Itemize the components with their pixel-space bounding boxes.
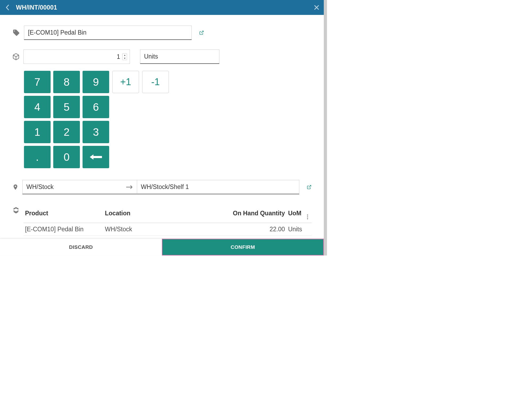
quantity-spinner[interactable]: ▴ ▾ <box>122 53 127 60</box>
cell-qty: 5.00 <box>228 236 287 239</box>
quantity-row: 1 ▴ ▾ Units <box>12 50 312 64</box>
location-inputs: WH/Stock WH/Stock/Shelf 1 <box>22 180 299 194</box>
increment-button[interactable]: +1 <box>112 71 139 93</box>
col-qty: On Hand Quantity <box>228 205 287 223</box>
key-backspace[interactable] <box>83 146 109 168</box>
cell-product: [E-COM10] Pedal Bin <box>23 236 103 239</box>
table-options-button[interactable] <box>307 208 310 220</box>
spinner-down-icon: ▾ <box>124 57 125 60</box>
product-input-value: [E-COM10] Pedal Bin <box>28 29 87 36</box>
product-input[interactable]: [E-COM10] Pedal Bin <box>24 26 192 40</box>
key-7[interactable]: 7 <box>24 71 51 93</box>
location-from-input[interactable]: WH/Stock <box>22 180 137 194</box>
decrement-button[interactable]: -1 <box>142 71 169 93</box>
inventory-icon <box>12 205 20 214</box>
external-link-icon <box>199 30 204 35</box>
table-row[interactable]: [E-COM10] Pedal Bin WH/Input/Order Proce… <box>23 236 312 239</box>
location-from-value: WH/Stock <box>26 183 54 191</box>
close-button[interactable] <box>314 5 319 10</box>
location-to-value: WH/Stock/Shelf 1 <box>141 183 189 191</box>
quantity-input[interactable]: 1 ▴ ▾ <box>23 50 130 64</box>
key-dot[interactable]: . <box>24 146 51 168</box>
page-title: WH/INT/00001 <box>16 4 57 11</box>
stock-section: Product Location On Hand Quantity UoM <box>12 205 312 238</box>
back-button[interactable] <box>5 4 10 11</box>
location-to-input[interactable]: WH/Stock/Shelf 1 <box>137 180 299 194</box>
key-0[interactable]: 0 <box>53 146 80 168</box>
uom-input[interactable]: Units <box>140 50 219 64</box>
cell-uom: Units <box>287 223 305 236</box>
key-1[interactable]: 1 <box>24 121 51 143</box>
cell-qty: 22.00 <box>228 223 287 236</box>
col-uom: UoM <box>287 205 305 223</box>
header-bar: WH/INT/00001 <box>0 0 324 15</box>
chevron-left-icon <box>6 5 9 10</box>
key-8[interactable]: 8 <box>53 71 80 93</box>
svg-point-1 <box>307 216 308 217</box>
table-row[interactable]: [E-COM10] Pedal Bin WH/Stock 22.00 Units <box>23 223 312 236</box>
app-window: WH/INT/00001 [E-COM10] Pedal Bin <box>0 0 327 256</box>
key-4[interactable]: 4 <box>24 96 51 118</box>
discard-button[interactable]: DISCARD <box>0 239 162 256</box>
product-row: [E-COM10] Pedal Bin <box>12 26 312 40</box>
svg-point-0 <box>307 215 308 216</box>
tag-icon <box>12 29 20 36</box>
key-2[interactable]: 2 <box>53 121 80 143</box>
backspace-icon <box>89 154 103 160</box>
uom-value: Units <box>144 53 158 60</box>
quantity-section: 1 ▴ ▾ Units 7 8 9 4 5 6 <box>12 50 312 168</box>
cell-uom: Units <box>287 236 305 239</box>
cell-product: [E-COM10] Pedal Bin <box>23 223 103 236</box>
key-3[interactable]: 3 <box>83 121 109 143</box>
cell-location: WH/Stock <box>103 223 228 236</box>
key-9[interactable]: 9 <box>83 71 109 93</box>
kebab-icon <box>307 214 308 220</box>
col-product: Product <box>23 205 103 223</box>
key-6[interactable]: 6 <box>83 96 109 118</box>
location-icon <box>12 183 19 191</box>
body: [E-COM10] Pedal Bin 1 <box>0 15 324 238</box>
confirm-button[interactable]: CONFIRM <box>162 239 324 256</box>
col-location: Location <box>103 205 228 223</box>
footer-bar: DISCARD CONFIRM <box>0 238 324 256</box>
numeric-keypad: 7 8 9 4 5 6 1 2 3 . 0 <box>24 71 109 168</box>
spinner-up-icon: ▴ <box>124 54 125 56</box>
location-external-link[interactable] <box>307 185 312 189</box>
package-icon <box>12 53 20 60</box>
arrow-right-icon <box>126 185 133 189</box>
keypad-area: 7 8 9 4 5 6 1 2 3 . 0 <box>24 71 312 168</box>
product-external-link[interactable] <box>199 30 204 35</box>
key-5[interactable]: 5 <box>53 96 80 118</box>
svg-point-2 <box>307 218 308 219</box>
quantity-value: 1 <box>117 53 120 60</box>
cell-location: WH/Input/Order Processing <box>103 236 228 239</box>
stock-table: Product Location On Hand Quantity UoM <box>23 205 312 238</box>
table-header-row: Product Location On Hand Quantity UoM <box>23 205 312 223</box>
close-icon <box>314 5 319 10</box>
external-link-icon <box>307 185 312 189</box>
location-row: WH/Stock WH/Stock/Shelf 1 <box>12 180 312 194</box>
